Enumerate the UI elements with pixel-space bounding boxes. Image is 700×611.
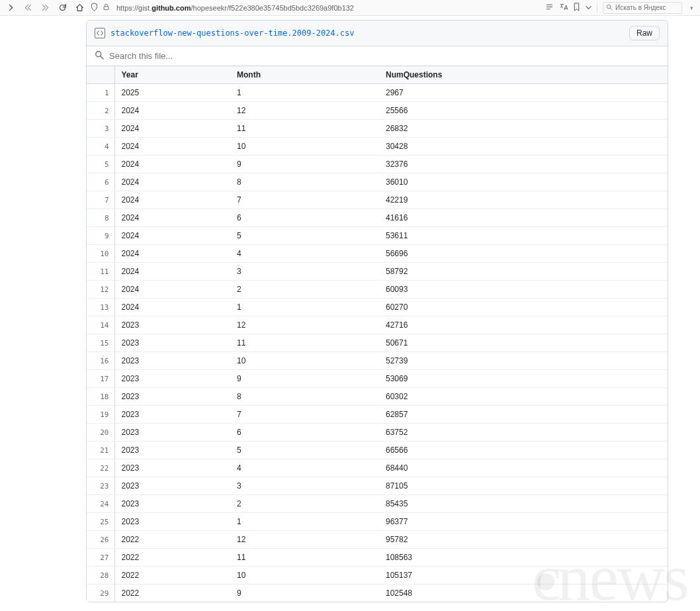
cell-month: 11	[230, 120, 379, 138]
raw-button[interactable]: Raw	[629, 26, 660, 40]
next-button[interactable]	[38, 1, 52, 15]
cell-month: 7	[230, 191, 379, 209]
cell-year: 2024	[114, 173, 230, 191]
cell-month: 1	[230, 299, 379, 316]
yandex-search-box[interactable]	[603, 2, 682, 14]
cell-num: 32376	[379, 156, 668, 173]
cell-year: 2023	[114, 370, 230, 388]
cell-month: 12	[230, 531, 379, 549]
translate-icon[interactable]	[559, 3, 568, 13]
line-number: 20	[87, 424, 114, 442]
bookmark-icon[interactable]	[573, 3, 580, 13]
line-number: 18	[87, 388, 114, 406]
reload-icon	[58, 3, 67, 12]
cell-month: 6	[230, 424, 379, 442]
file-search-row	[87, 46, 668, 66]
file-header: stackoverflow-new-questions-over-time.20…	[87, 21, 668, 46]
line-number: 8	[87, 209, 114, 227]
cell-year: 2023	[114, 477, 230, 495]
prev-button[interactable]	[21, 1, 34, 15]
cell-num: 63752	[379, 424, 668, 442]
line-number: 12	[87, 281, 114, 299]
table-row: 172023953069	[87, 370, 668, 388]
file-search-input[interactable]	[109, 51, 660, 61]
line-number: 24	[87, 495, 114, 513]
cell-num: 30428	[379, 138, 668, 156]
cell-month: 4	[230, 245, 379, 263]
cell-year: 2023	[114, 334, 230, 352]
chevron-down-icon[interactable]	[586, 3, 591, 13]
cell-year: 2023	[114, 442, 230, 459]
cell-num: 102548	[379, 585, 668, 602]
code-icon	[95, 28, 105, 38]
cell-month: 11	[230, 334, 379, 352]
search-icon	[95, 50, 104, 62]
cell-month: 11	[230, 549, 379, 567]
cell-num: 42716	[379, 316, 668, 334]
line-number: 28	[87, 567, 114, 585]
cell-year: 2024	[114, 227, 230, 245]
line-number: 27	[87, 549, 114, 567]
cell-year: 2025	[114, 84, 230, 102]
cell-num: 85435	[379, 495, 668, 513]
svg-point-2	[96, 52, 101, 57]
cell-num: 41616	[379, 209, 668, 227]
cell-month: 5	[230, 227, 379, 245]
cell-month: 6	[230, 209, 379, 227]
cell-month: 7	[230, 406, 379, 424]
line-number: 2	[87, 102, 114, 120]
cell-year: 2023	[114, 406, 230, 424]
cell-num: 105137	[379, 567, 668, 585]
table-row: 1620231052739	[87, 352, 668, 370]
cell-num: 60093	[379, 281, 668, 299]
table-row: 420241030428	[87, 138, 668, 156]
cell-num: 60302	[379, 388, 668, 406]
line-number: 19	[87, 406, 114, 424]
line-number: 15	[87, 334, 114, 352]
table-row: 242023285435	[87, 495, 668, 513]
lock-icon[interactable]	[103, 3, 110, 13]
cell-month: 1	[230, 513, 379, 531]
menu-dropdown[interactable]: ▾	[687, 5, 696, 11]
home-button[interactable]	[73, 1, 86, 15]
double-chevron-left-icon	[24, 4, 32, 11]
double-chevron-right-icon	[42, 4, 49, 11]
cell-year: 2023	[114, 352, 230, 370]
cell-month: 9	[230, 156, 379, 173]
cell-year: 2024	[114, 156, 230, 173]
cell-num: 68440	[379, 459, 668, 477]
cell-num: 95782	[379, 531, 668, 549]
cell-year: 2022	[114, 531, 230, 549]
table-row: 2620221295782	[87, 531, 668, 549]
back-button[interactable]	[4, 1, 17, 15]
cell-month: 10	[230, 567, 379, 585]
search-icon	[606, 3, 613, 13]
file-box: stackoverflow-new-questions-over-time.20…	[86, 20, 668, 602]
col-year-header: Year	[114, 66, 230, 84]
cell-year: 2022	[114, 585, 230, 602]
cell-num: 62857	[379, 406, 668, 424]
csv-table: Year Month NumQuestions 1202512967220241…	[87, 66, 668, 602]
cell-year: 2023	[114, 388, 230, 406]
table-row: 122024260093	[87, 281, 668, 299]
table-row: 112024358792	[87, 263, 668, 281]
cell-month: 9	[230, 370, 379, 388]
reader-icon[interactable]	[545, 3, 554, 13]
table-row: 132024160270	[87, 299, 668, 316]
cell-year: 2024	[114, 209, 230, 227]
line-number: 7	[87, 191, 114, 209]
file-name-link[interactable]: stackoverflow-new-questions-over-time.20…	[110, 28, 354, 38]
url-text: https://gist.github.com/hopeseekr/f522e3…	[116, 4, 354, 12]
yandex-search-input[interactable]	[615, 4, 681, 11]
shield-icon[interactable]	[90, 3, 99, 13]
cell-year: 2024	[114, 281, 230, 299]
cell-month: 2	[230, 281, 379, 299]
table-row: 27202211108563	[87, 549, 668, 567]
cell-year: 2023	[114, 424, 230, 442]
url-bar[interactable]: https://gist.github.com/hopeseekr/f522e3…	[114, 4, 541, 12]
reload-button[interactable]	[56, 1, 69, 15]
line-number: 4	[87, 138, 114, 156]
home-icon	[75, 3, 84, 12]
line-header	[87, 66, 114, 84]
table-row: 92024553611	[87, 227, 668, 245]
